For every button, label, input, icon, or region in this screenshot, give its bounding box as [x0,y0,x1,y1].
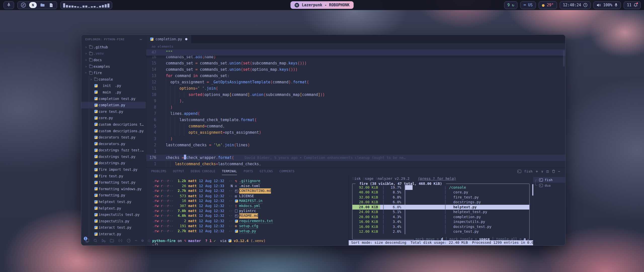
sidebar-item-decorators-test-py[interactable]: decorators_test.py [81,134,146,141]
code-line[interactable]: 15commands_set = commands_set.union(set(… [146,60,565,66]
sidebar-item-core-test-py[interactable]: core_test.py [81,108,146,115]
sidebar-item-formatting-py[interactable]: formatting.py [81,192,146,199]
sidebar-item-formatting-windows-py[interactable]: formatting_windows.py [81,186,146,192]
code-line[interactable]: 176checks =check_wrapper.format(David Bi… [146,155,565,161]
panel-tab-debug-console[interactable]: DEBUG CONSOLE [191,167,215,175]
panel-tab-gitlens[interactable]: GITLENS [260,167,273,175]
code-line[interactable]: 10sorted(options_map[command].union(subc… [146,92,565,98]
sidebar-item-docstrings-py[interactable]: docstrings.py [81,160,146,166]
sidebar-item-inspectutils-test-py[interactable]: inspectutils_test.py [81,211,146,218]
audio-widget[interactable]: 100% [593,1,621,9]
more-icon[interactable]: ⋯ [135,238,137,243]
kill-terminal-button[interactable] [552,169,555,173]
panel-tab-output[interactable]: OUTPUT [173,167,184,175]
media-player-widget[interactable]: Lazerpunk - ROBOPHONK [291,1,354,9]
breadcrumb[interactable]: no elements [146,43,565,49]
sidebar-item-fire-test-py[interactable]: fire_test.py [81,173,146,179]
sidebar-item-decorators-py[interactable]: decorators.py [81,141,146,147]
code-line[interactable]: 12opts_assignment = _GetOptsAssignmentTe… [146,79,565,85]
split-terminal-button[interactable]: ◫ [546,169,549,174]
folder-icon[interactable] [110,238,114,243]
code-line[interactable]: 2lastcommand_checks = '\n'.join(lines) [146,142,565,148]
code-line[interactable]: 9), [146,98,565,104]
terminal-tab-fish[interactable]: >_fish [533,177,565,183]
panel-tab-terminal[interactable]: TERMINAL [222,167,237,175]
dua-row-fire-test-py[interactable]: 32.00 KiB │6.8%│fire_test.py [352,195,529,200]
dua-row-core-py[interactable]: 40.00 KiB │8.5%│core.py [352,190,529,195]
sidebar-item-docstrings-test-py[interactable]: docstrings_test.py [81,153,146,160]
sidebar-item-helptext-py[interactable]: helptext.py [81,205,146,212]
circle-icon[interactable]: ○ [148,238,150,243]
code-line[interactable]: 1 [146,148,565,155]
keyboard-layout-widget[interactable]: ⌨ US [520,1,536,9]
explorer-more-icon[interactable]: ⋯ [140,37,142,41]
code-line[interactable]: 11options=' '.join( [146,85,565,92]
sidebar-item-custom-descriptions-py[interactable]: custom_descriptions.py [81,128,146,134]
updates-widget[interactable]: 9 ↻ [504,1,517,9]
notifications-widget[interactable]: 11 [624,1,641,9]
weather-widget[interactable]: ● 29° [539,1,557,9]
dua-row-docstrings-test-py[interactable]: 16.00 KiB │3.4%│docstrings_test.py [352,224,529,229]
dua-row-docstrings-py[interactable]: 28.00 KiB │6.0%│docstrings.py [352,200,529,205]
sidebar-item-helptext-test-py[interactable]: helptext_test.py [81,198,146,205]
sidebar-item-examples[interactable]: ›examples [81,63,146,70]
sidebar-item-fire-import-test-py[interactable]: fire_import_test.py [81,166,146,173]
sidebar-item-interact-test-py[interactable]: interact_test.py [81,224,146,231]
sticky-line[interactable]: 47""" [146,49,565,56]
panel-tab-problems[interactable]: PROBLEMS [151,167,166,175]
code-line[interactable]: 1lastcommand_checks=lastcommand_checks, [146,161,565,167]
sidebar-item-inspectutils-py[interactable]: inspectutils.py [81,218,146,224]
sidebar-item-console[interactable]: ›console [81,76,146,83]
code-line[interactable]: 4opts_assignment=opts_assignment) [146,129,565,136]
sidebar-item-docs[interactable]: ›docs [81,57,146,63]
sidebar-item--github[interactable]: ›.github [81,44,146,50]
dua-row-core-test-py[interactable]: 12.00 KiB │2.6%│core_test.py [352,229,529,234]
terminal-fish[interactable]: .rw-r--r--1.2kmatt12 Aug 12:32--⌥.gitign… [146,175,348,245]
panel-more-button[interactable]: ⋯ [558,169,560,173]
editor-scrollbar[interactable] [563,50,565,66]
panel-tab-ports[interactable]: PORTS [244,167,253,175]
code-line[interactable]: 6lastcommand_check_template.format( [146,117,565,123]
new-terminal-button[interactable]: + [536,169,538,174]
system-graph-widget[interactable] [60,1,112,9]
launcher-button[interactable] [4,1,14,9]
sidebar-item-completion-test-py[interactable]: completion_test.py [81,95,146,102]
code-line[interactable]: 3) [146,136,565,142]
clock-widget[interactable]: 12:40:24 [560,1,591,9]
code-line[interactable]: 7lines.append( [146,111,565,117]
files-icon[interactable]: 1 [85,238,89,243]
code-line[interactable]: 8) [146,104,565,111]
panel-tab-comments[interactable]: COMMENTS [279,167,295,175]
prompt-input-line[interactable]: ❯ [152,244,348,245]
browser-app-icon[interactable] [21,2,26,8]
dua-row-helptext-test-py[interactable]: 24.00 KiB │5.1%│helptext_test.py [352,210,529,215]
sidebar-item--main-py[interactable]: __main__.py [81,89,146,95]
sidebar-item-formatting-test-py[interactable]: formatting_test.py [81,179,146,186]
terminal-tab-dua[interactable]: >_dua [533,183,565,188]
sidebar-item-completion-py[interactable]: completion.py [81,102,146,108]
tab-completion-py[interactable]: completion.py [146,35,192,43]
brackets-icon[interactable] [118,238,123,243]
dua-row-inspectutils-py[interactable]: 16.00 KiB │3.4%│inspectutils.py [352,219,529,224]
dua-row-completion-py[interactable]: 20.00 KiB │4.3%│completion.py [352,215,529,220]
sidebar-item-fire[interactable]: ›fire [81,70,146,76]
search-icon[interactable] [94,238,97,243]
code-editor[interactable]: 16commands_set.add(name)15commands_set =… [146,49,565,167]
terminal-dropdown-chevron[interactable]: ∨ [541,169,543,173]
sidebar-item-core-py[interactable]: core.py [81,115,146,121]
code-line[interactable]: 14commands_set = commands_set.union(set(… [146,66,565,73]
dua-scrollbar[interactable] [532,184,533,196]
dua-row-helptext-py[interactable]: 28.00 KiB │6.0%│helptext.py [352,205,529,210]
notes-app-icon[interactable]: N [29,2,37,8]
gear-icon[interactable]: ⚙ [141,238,144,243]
terminal-dua[interactable]: Disk Usage Analyzer v2.29.2(press ? for … [348,175,533,245]
sidebar-item-custom-descriptions-test-py[interactable]: custom_descriptions_test.py [81,121,146,128]
files-app-icon[interactable] [40,2,45,8]
code-line[interactable]: 13for command in commands_set: [146,73,565,79]
debug-icon[interactable] [102,238,106,243]
sidebar-item--venv[interactable]: ›.venv [81,50,146,57]
sidebar-item-docstrings-fuzz-test-py[interactable]: docstrings_fuzz_test.py [81,147,146,154]
code-line[interactable]: 5command=command, [146,123,565,129]
sidebar-item--init-py[interactable]: __init__.py [81,83,146,89]
document-app-icon[interactable] [48,2,54,8]
